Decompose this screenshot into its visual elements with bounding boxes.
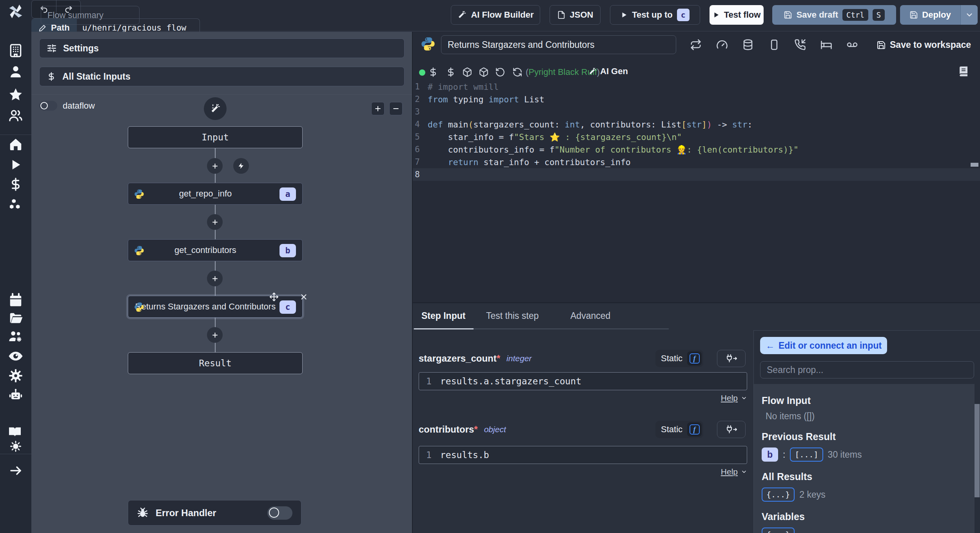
- step-b-badge[interactable]: b: [762, 448, 778, 462]
- tab-step-input[interactable]: Step Input: [421, 303, 465, 328]
- add-step-button[interactable]: [207, 327, 223, 343]
- left-sidebar: [0, 0, 31, 533]
- search-prop-input[interactable]: [760, 361, 974, 378]
- refresh-cw-icon[interactable]: [512, 67, 523, 77]
- expr-input-stargazers[interactable]: 1 results.a.stargazers_count: [419, 372, 747, 390]
- users-settings-icon[interactable]: [7, 328, 24, 345]
- delete-node-icon[interactable]: [298, 291, 310, 303]
- phone-incoming-icon[interactable]: [794, 39, 806, 51]
- code-line[interactable]: 8: [413, 168, 980, 181]
- ai-flow-builder-button[interactable]: AI Flow Builder: [451, 5, 540, 25]
- tab-advanced[interactable]: Advanced: [570, 303, 610, 328]
- ai-gen-button[interactable]: AI Gen: [588, 66, 628, 76]
- robot-icon[interactable]: [7, 386, 24, 404]
- library-book-icon[interactable]: [958, 65, 969, 77]
- json-button[interactable]: JSON: [550, 5, 601, 25]
- flow-summary-input[interactable]: [41, 6, 140, 25]
- voicemail-loop-icon[interactable]: [846, 39, 858, 51]
- panel-scrollbar-thumb[interactable]: [975, 404, 980, 497]
- book-open-icon[interactable]: [7, 425, 23, 439]
- edit-or-connect-button[interactable]: ← Edit or connect an input: [760, 337, 887, 354]
- zoom-out-button[interactable]: [389, 102, 403, 115]
- connect-input-plug-button[interactable]: [717, 421, 746, 438]
- save-draft-button[interactable]: Save draft Ctrl S: [772, 5, 896, 25]
- field-type: object: [484, 425, 506, 434]
- result-node[interactable]: Result: [128, 352, 303, 374]
- code-area[interactable]: 1# import wmill2from typing import List3…: [413, 80, 980, 302]
- code-line[interactable]: 7 return star_info + contributors_info: [413, 156, 980, 168]
- collapse-arrow-icon[interactable]: [7, 462, 24, 479]
- gear-icon[interactable]: [7, 367, 24, 384]
- code-line[interactable]: 3: [413, 106, 980, 118]
- help-link[interactable]: Help: [687, 467, 747, 477]
- move-node-icon[interactable]: [268, 291, 280, 303]
- variables-title: Variables: [762, 511, 967, 522]
- zoom-in-button[interactable]: [371, 102, 385, 115]
- home-icon[interactable]: [7, 136, 24, 153]
- dollar-icon[interactable]: [7, 176, 24, 193]
- expr-input-contributors[interactable]: 1 results.b: [419, 446, 747, 464]
- sleep-bed-icon[interactable]: [820, 39, 832, 51]
- field-name: contributors: [419, 424, 474, 435]
- test-flow-button[interactable]: Test flow: [710, 5, 764, 25]
- array-expand-badge[interactable]: [...]: [790, 448, 823, 462]
- object-expand-badge[interactable]: {...}: [762, 528, 795, 533]
- code-line[interactable]: 6 contributors_info = f"Number of contri…: [413, 143, 980, 156]
- calendar-icon[interactable]: [7, 291, 24, 309]
- test-up-to-button[interactable]: Test up to c: [610, 5, 700, 25]
- save-icon: [784, 11, 792, 19]
- function-mode-segment[interactable]: f: [687, 351, 702, 366]
- save-to-workspace-button[interactable]: Save to workspace: [877, 40, 971, 50]
- gauge-icon[interactable]: [716, 39, 728, 51]
- save-icon: [909, 11, 918, 19]
- add-step-button[interactable]: [207, 271, 223, 286]
- step-node-b[interactable]: get_contributors b: [128, 239, 303, 261]
- code-line[interactable]: 5 star_info = f"Stars ⭐ : {stargazers_co…: [413, 131, 980, 143]
- code-line[interactable]: 4def main(stargazers_count: int, contrib…: [413, 118, 980, 131]
- building-icon[interactable]: [7, 42, 24, 59]
- star-icon[interactable]: [7, 86, 24, 104]
- editor-scrollbar-thumb[interactable]: [971, 163, 978, 167]
- settings-button[interactable]: Settings: [39, 38, 405, 58]
- step-node-a[interactable]: get_repo_info a: [128, 183, 303, 205]
- dollar-icon[interactable]: [446, 67, 456, 77]
- folder-open-icon[interactable]: [7, 309, 24, 327]
- users-icon[interactable]: [7, 107, 24, 124]
- add-step-button[interactable]: [207, 214, 223, 230]
- static-mode-toggle[interactable]: Static f: [655, 350, 703, 367]
- ai-wand-button[interactable]: [204, 97, 227, 120]
- trigger-bolt-button[interactable]: [233, 158, 249, 174]
- save-icon: [877, 40, 886, 50]
- function-mode-segment[interactable]: f: [687, 422, 702, 437]
- play-icon[interactable]: [7, 156, 24, 173]
- input-node[interactable]: Input: [128, 126, 303, 148]
- retry-repeat-icon[interactable]: [690, 39, 702, 51]
- code-line[interactable]: 1# import wmill: [413, 80, 980, 93]
- dataflow-toggle[interactable]: [39, 101, 57, 111]
- help-link[interactable]: Help: [687, 393, 747, 403]
- code-line[interactable]: 2from typing import List: [413, 93, 980, 106]
- eye-icon[interactable]: [7, 347, 24, 365]
- connect-input-plug-button[interactable]: [717, 350, 746, 367]
- mock-rectangle-icon[interactable]: [768, 39, 780, 51]
- error-handler-toggle[interactable]: [267, 506, 292, 520]
- tab-test-this-step[interactable]: Test this step: [486, 303, 539, 328]
- error-handler[interactable]: Error Handler: [128, 500, 301, 526]
- package-icon[interactable]: [462, 67, 472, 77]
- static-mode-toggle[interactable]: Static f: [655, 421, 703, 438]
- package-icon[interactable]: [479, 67, 489, 77]
- dollar-icon[interactable]: [428, 67, 438, 77]
- rotate-ccw-icon[interactable]: [495, 67, 505, 77]
- windmill-logo-icon[interactable]: [7, 3, 24, 20]
- deploy-dropdown-button[interactable]: [960, 5, 978, 25]
- deploy-button[interactable]: Deploy: [900, 5, 960, 25]
- all-static-inputs-button[interactable]: All Static Inputs: [39, 67, 405, 86]
- user-icon[interactable]: [7, 63, 24, 80]
- add-step-button[interactable]: [207, 158, 223, 174]
- database-cache-icon[interactable]: [742, 39, 754, 51]
- step-name-input[interactable]: [441, 35, 676, 54]
- sun-icon[interactable]: [9, 439, 23, 453]
- boxes-icon[interactable]: [7, 196, 24, 213]
- step-id-badge: b: [279, 244, 296, 257]
- object-expand-badge[interactable]: {...}: [762, 488, 795, 502]
